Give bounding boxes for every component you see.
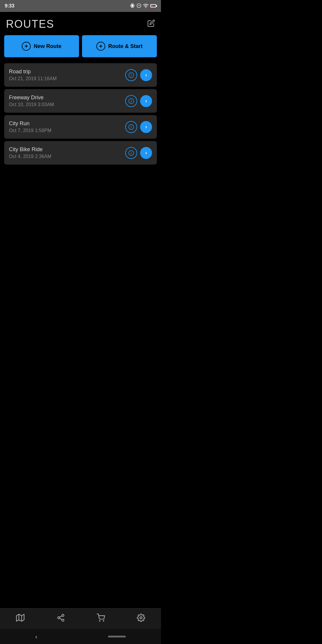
route-info: Road trip Oct 21, 2019 11:16AM <box>9 69 125 81</box>
route-navigate-button[interactable]: › <box>140 147 152 159</box>
route-start-label: Route & Start <box>108 43 143 49</box>
header: ROUTES <box>0 12 161 35</box>
route-info: City Bike Ride Oct 4, 2019 2:36AM <box>9 146 125 159</box>
chevron-right-icon: › <box>145 98 147 104</box>
edit-icon[interactable] <box>147 19 155 29</box>
route-date: Oct 7, 2019 1:56PM <box>9 128 125 133</box>
route-info-button[interactable] <box>125 95 137 107</box>
route-start-button[interactable]: + Route & Start <box>82 35 157 57</box>
route-navigate-button[interactable]: › <box>140 121 152 133</box>
route-name: Freeway Drive <box>9 95 125 101</box>
action-buttons: + New Route + Route & Start <box>0 35 161 63</box>
list-item: City Bike Ride Oct 4, 2019 2:36AM › <box>4 141 157 165</box>
chevron-right-icon: › <box>145 72 147 78</box>
vibrate-icon <box>130 3 135 9</box>
route-actions: › <box>125 147 152 159</box>
svg-rect-3 <box>134 4 134 7</box>
new-route-plus-icon: + <box>22 42 31 51</box>
route-info-button[interactable] <box>125 147 137 159</box>
route-navigate-button[interactable]: › <box>140 69 152 81</box>
route-start-plus-icon: + <box>96 42 105 51</box>
route-info: Freeway Drive Oct 10, 2019 3:03AM <box>9 95 125 107</box>
svg-point-6 <box>145 7 146 8</box>
new-route-label: New Route <box>34 43 61 49</box>
page-title: ROUTES <box>6 18 54 30</box>
status-icons <box>130 3 156 9</box>
route-info-button[interactable] <box>125 121 137 133</box>
route-info-button[interactable] <box>125 69 137 81</box>
svg-rect-1 <box>132 4 133 7</box>
list-item: Road trip Oct 21, 2019 11:16AM › <box>4 63 157 87</box>
chevron-right-icon: › <box>145 124 147 130</box>
route-date: Oct 10, 2019 3:03AM <box>9 102 125 107</box>
route-navigate-button[interactable]: › <box>140 95 152 107</box>
chevron-right-icon: › <box>145 150 147 156</box>
route-name: Road trip <box>9 69 125 75</box>
status-bar: 9:33 <box>0 0 161 12</box>
route-name: City Run <box>9 120 125 127</box>
dnd-icon <box>137 3 141 9</box>
battery-icon <box>150 4 156 8</box>
status-time: 9:33 <box>5 3 14 9</box>
route-date: Oct 21, 2019 11:16AM <box>9 76 125 81</box>
route-info: City Run Oct 7, 2019 1:56PM <box>9 120 125 133</box>
route-date: Oct 4, 2019 2:36AM <box>9 154 125 159</box>
route-actions: › <box>125 121 152 133</box>
route-list: Road trip Oct 21, 2019 11:16AM › Freeway… <box>0 63 161 165</box>
route-actions: › <box>125 69 152 81</box>
list-item: Freeway Drive Oct 10, 2019 3:03AM › <box>4 89 157 113</box>
new-route-button[interactable]: + New Route <box>4 35 79 57</box>
list-item: City Run Oct 7, 2019 1:56PM › <box>4 115 157 139</box>
wifi-icon <box>143 3 148 9</box>
svg-rect-2 <box>130 4 131 7</box>
route-name: City Bike Ride <box>9 146 125 153</box>
route-actions: › <box>125 95 152 107</box>
